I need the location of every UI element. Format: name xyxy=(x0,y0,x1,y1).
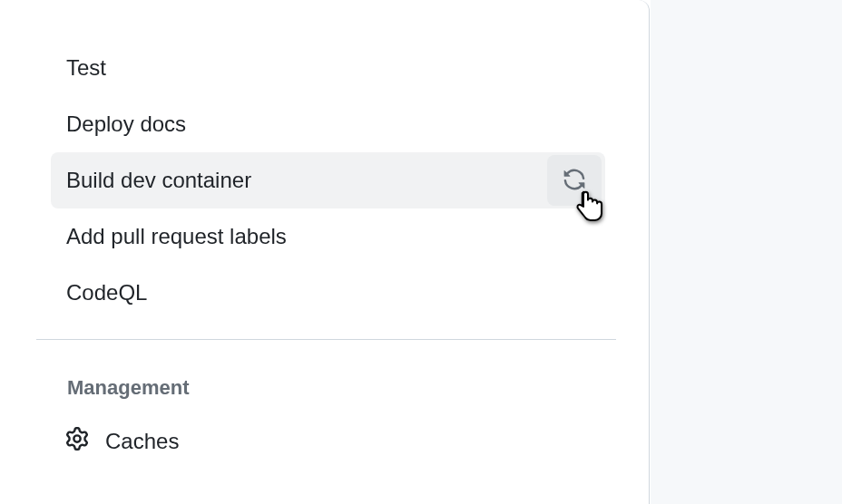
workflow-item-test[interactable]: Test xyxy=(51,40,605,96)
management-item-caches[interactable]: Caches xyxy=(65,423,649,460)
side-panel xyxy=(651,0,842,504)
management-header: Management xyxy=(0,340,649,400)
sync-icon xyxy=(563,168,586,194)
workflow-label: Test xyxy=(66,55,106,82)
management-item-label: Caches xyxy=(105,429,179,454)
workflow-label: Add pull request labels xyxy=(66,224,287,250)
workflow-item-deploy-docs[interactable]: Deploy docs xyxy=(51,96,605,152)
sidebar-panel: Test Deploy docs Build dev container Add… xyxy=(0,0,650,504)
workflow-item-build-dev-container[interactable]: Build dev container xyxy=(51,152,605,208)
workflow-label: Deploy docs xyxy=(66,111,186,138)
workflow-label: Build dev container xyxy=(66,168,251,194)
workflow-item-add-pull-request-labels[interactable]: Add pull request labels xyxy=(51,208,605,265)
workflow-list: Test Deploy docs Build dev container Add… xyxy=(0,0,649,321)
gear-icon xyxy=(65,427,89,456)
rerun-button[interactable] xyxy=(547,155,602,206)
workflow-item-codeql[interactable]: CodeQL xyxy=(51,265,605,321)
management-list: Caches xyxy=(0,400,649,460)
workflow-label: CodeQL xyxy=(66,280,147,306)
